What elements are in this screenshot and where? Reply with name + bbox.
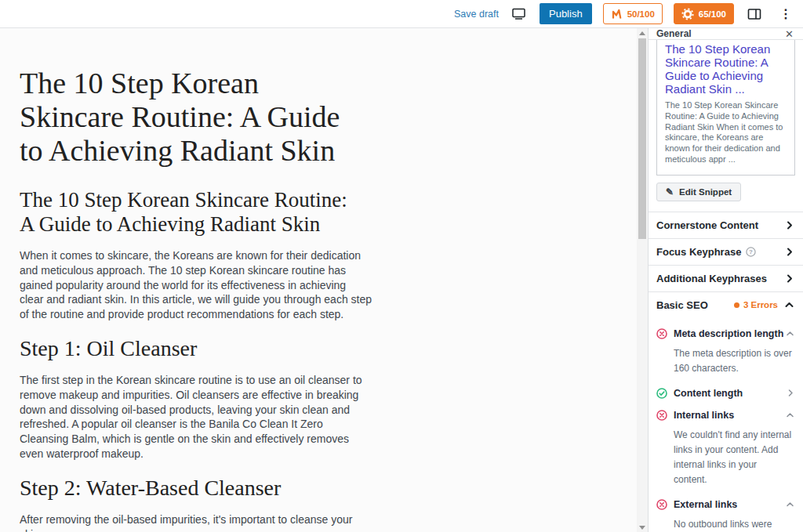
- section-cornerstone-content[interactable]: Cornerstone Content: [649, 212, 803, 238]
- step2-paragraph[interactable]: After removing the oil-based impurities,…: [20, 512, 372, 532]
- close-icon[interactable]: ✕: [785, 29, 794, 39]
- chevron-right-icon: [786, 221, 794, 230]
- section-label: Cornerstone Content: [656, 219, 758, 231]
- snippet-title-link[interactable]: The 10 Step Korean Skincare Routine: A G…: [665, 42, 787, 96]
- post-heading-duplicate-title[interactable]: The 10 Step Korean Skincare Routine: A G…: [20, 188, 349, 237]
- check-message: No outbound links were found. Link out t…: [674, 517, 792, 532]
- caret-up-icon: [787, 412, 794, 418]
- pass-check-circle-icon: [656, 388, 667, 399]
- snippet-description: The 10 Step Korean Skincare Routine: A G…: [665, 100, 787, 165]
- section-additional-keyphrases[interactable]: Additional Keyphrases: [649, 265, 803, 291]
- settings-sidebar-toggle-icon[interactable]: [745, 5, 764, 24]
- snippet-preview[interactable]: The 10 Step Korean Skincare Routine: A G…: [656, 40, 795, 176]
- section-label: Focus Keyphrase: [656, 246, 741, 258]
- section-label: Basic SEO: [656, 299, 708, 311]
- seo-sidebar: General ✕ The 10 Step Korean Skincare Ro…: [648, 28, 803, 532]
- publish-button[interactable]: Publish: [540, 3, 592, 24]
- check-label: Internal links: [674, 410, 787, 421]
- rank-math-score-value: 50/100: [627, 9, 655, 19]
- check-internal-links[interactable]: Internal links: [656, 404, 795, 426]
- step1-paragraph[interactable]: The first step in the Korean skincare ro…: [20, 373, 372, 461]
- error-circle-icon: [656, 410, 667, 421]
- caret-up-icon: [787, 501, 794, 508]
- step1-heading[interactable]: Step 1: Oil Cleanser: [20, 336, 375, 361]
- check-label: Content length: [674, 388, 787, 399]
- post-title[interactable]: The 10 Step Korean Skincare Routine: A G…: [20, 67, 365, 168]
- canvas-scrollbar[interactable]: [637, 28, 648, 532]
- edit-snippet-button[interactable]: ✎ Edit Snippet: [656, 183, 741, 201]
- error-count-badge: 3 Errors: [734, 300, 778, 309]
- rank-math-logo-icon: [611, 8, 623, 20]
- section-focus-keyphrase[interactable]: Focus Keyphrase ?: [649, 238, 803, 265]
- chevron-right-icon: [786, 248, 794, 256]
- help-icon[interactable]: ?: [746, 247, 756, 257]
- check-label: Meta description length: [674, 328, 787, 339]
- check-content-length[interactable]: Content length: [656, 382, 795, 404]
- error-dot-icon: [734, 302, 739, 308]
- caret-right-icon: [787, 389, 794, 396]
- editor-window: Save draft Publish 50/100: [0, 0, 803, 532]
- gear-icon: [681, 8, 694, 20]
- caret-up-icon: [787, 331, 794, 337]
- editor-toolbar: Save draft Publish 50/100: [0, 0, 803, 28]
- check-external-links[interactable]: External links: [656, 494, 795, 516]
- pencil-icon: ✎: [666, 187, 674, 197]
- sidebar-title: General: [656, 28, 692, 39]
- more-options-kebab-icon[interactable]: ⋮: [775, 8, 797, 20]
- edit-snippet-label: Edit Snippet: [679, 187, 732, 197]
- chevron-up-icon: [785, 301, 794, 309]
- step2-heading[interactable]: Step 2: Water-Based Cleanser: [20, 476, 375, 501]
- seo-score-value: 65/100: [699, 9, 726, 19]
- intro-paragraph[interactable]: When it comes to skincare, the Koreans a…: [20, 248, 372, 322]
- check-meta-description-length[interactable]: Meta description length: [656, 323, 795, 345]
- check-label: External links: [674, 499, 787, 510]
- preview-monitor-icon[interactable]: [510, 5, 529, 24]
- editor-canvas[interactable]: The 10 Step Korean Skincare Routine: A G…: [0, 28, 648, 532]
- scrollbar-down-arrow-icon[interactable]: [637, 523, 648, 532]
- svg-text:?: ?: [749, 248, 753, 255]
- error-circle-icon: [656, 328, 667, 339]
- seo-score-button[interactable]: 65/100: [674, 3, 734, 24]
- post-document: The 10 Step Korean Skincare Routine: A G…: [0, 28, 375, 532]
- rank-math-score-button[interactable]: 50/100: [603, 3, 663, 24]
- save-draft-button[interactable]: Save draft: [454, 9, 499, 20]
- section-label: Additional Keyphrases: [656, 273, 767, 284]
- check-message: We couldn't find any internal links in y…: [674, 428, 792, 487]
- check-message: The meta description is over 160 charact…: [674, 346, 792, 376]
- basic-seo-checks: Meta description length The meta descrip…: [649, 318, 803, 532]
- section-basic-seo[interactable]: Basic SEO 3 Errors: [649, 291, 803, 318]
- error-circle-icon: [656, 499, 667, 510]
- sidebar-header: General ✕: [649, 28, 803, 40]
- chevron-right-icon: [786, 274, 794, 283]
- scrollbar-up-arrow-icon[interactable]: [637, 28, 648, 38]
- scrollbar-thumb[interactable]: [638, 38, 646, 239]
